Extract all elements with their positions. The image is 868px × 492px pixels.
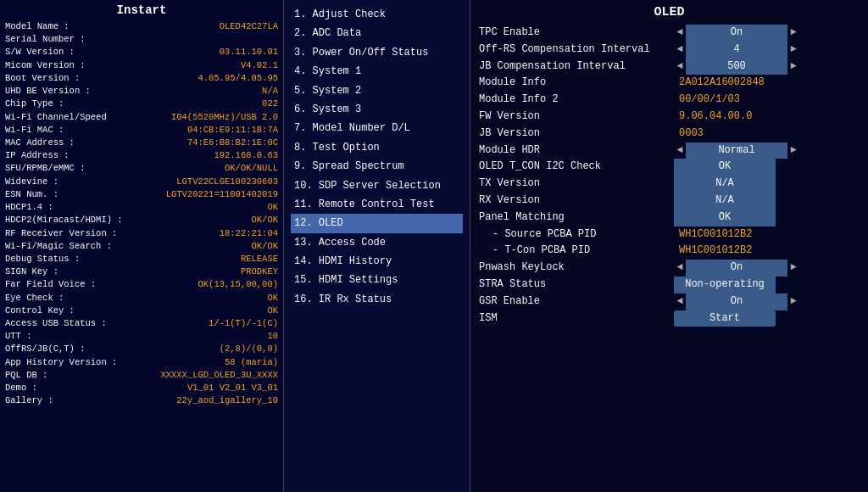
info-row: Widevine :LGTV22CLGE100230603 [5, 176, 278, 188]
oled-row: FW Version9.06.04.00.0 [479, 109, 860, 126]
oled-row-value: 500 [686, 59, 787, 75]
info-label: UTT : [5, 330, 32, 343]
info-label: OffRS/JB(C,T) : [5, 343, 86, 355]
info-row: RF Receiver Version :18:22:21:04 [5, 227, 278, 240]
menu-item-14[interactable]: 14. HDMI History [291, 252, 463, 271]
menu-item-1[interactable]: 1. Adjust Check [291, 5, 463, 24]
oled-row-value: 0003 [674, 126, 810, 143]
oled-rows: TPC Enable◄On►Off-RS Compensation Interv… [479, 25, 860, 327]
oled-row-label: Pnwash KeyLock [479, 260, 674, 277]
info-value: OK(13,15,00,00) [198, 278, 278, 291]
info-value: LGTV20221=11001402019 [166, 188, 278, 201]
info-label: Far Field Voice : [5, 278, 96, 291]
menu-item-3[interactable]: 3. Power On/Off Status [291, 43, 463, 62]
info-label: Wi-Fi/Magic Search : [5, 240, 112, 253]
arrow-left-icon[interactable]: ◄ [674, 25, 686, 42]
info-row: Boot Version :4.05.95/4.05.95 [5, 72, 278, 85]
info-row: Micom Version :V4.02.1 [5, 59, 278, 72]
oled-row-label: FW Version [479, 109, 674, 126]
oled-row: TX VersionN/A [479, 176, 860, 193]
info-row: SFU/RPMB/eMMC :OK/OK/NULL [5, 162, 278, 175]
info-value: (2,8)/(0,0) [220, 343, 278, 355]
menu-item-4[interactable]: 4. System 1 [291, 62, 463, 81]
info-row: Control Key :OK [5, 305, 278, 317]
menu-item-9[interactable]: 9. Spread Spectrum [291, 157, 463, 176]
info-value: N/A [262, 85, 278, 98]
info-value: XXXXX_LGD_OLED_3U_XXXX [160, 369, 278, 382]
oled-row: STRA StatusNon-operating [479, 277, 860, 294]
menu-item-7[interactable]: 7. Model Number D/L [291, 119, 463, 137]
oled-row-label: JB Compensation Interval [479, 59, 674, 75]
info-value: LGTV22CLGE100230603 [176, 176, 278, 188]
menu-item-8[interactable]: 8. Test Option [291, 138, 463, 157]
oled-row: Module Info2A012A16002848 [479, 75, 860, 92]
menu-item-16[interactable]: 16. IR Rx Status [291, 290, 463, 309]
menu-item-5[interactable]: 5. System 2 [291, 81, 463, 100]
info-value: 022 [262, 98, 278, 110]
oled-row-value: WH1C001012B2 [674, 226, 810, 243]
info-row: SIGN Key :PRODKEY [5, 266, 278, 278]
info-row: Wi-Fi/Magic Search :OK/OK [5, 240, 278, 253]
arrow-right-icon[interactable]: ► [787, 143, 799, 159]
oled-row-value: OK [674, 210, 776, 226]
arrow-left-icon[interactable]: ◄ [674, 42, 686, 59]
menu-item-13[interactable]: 13. Access Code [291, 233, 463, 252]
info-row: Wi-Fi Channel/SpeedI04(5520MHz)/USB 2.0 [5, 111, 278, 124]
arrow-right-icon[interactable]: ► [787, 42, 799, 59]
info-row: UTT :10 [5, 330, 278, 343]
info-row: UHD BE Version :N/A [5, 85, 278, 98]
arrow-left-icon[interactable]: ◄ [674, 59, 686, 75]
oled-row: Module HDR◄Normal► [479, 143, 860, 159]
info-value: OK [267, 305, 278, 317]
oled-row-value: OK [674, 159, 776, 176]
arrow-right-icon[interactable]: ► [787, 294, 799, 310]
arrow-right-icon[interactable]: ► [787, 260, 799, 277]
info-value: OK/OK [251, 240, 278, 253]
oled-row-label: GSR Enable [479, 294, 674, 310]
menu-item-6[interactable]: 6. System 3 [291, 100, 463, 119]
menu-item-11[interactable]: 11. Remote Control Test [291, 195, 463, 214]
oled-row: GSR Enable◄On► [479, 294, 860, 310]
info-label: MAC Address : [5, 137, 75, 149]
info-label: Wi-Fi MAC : [5, 124, 64, 137]
oled-row-value[interactable]: Start [674, 310, 776, 327]
info-value: I04(5520MHz)/USB 2.0 [171, 111, 278, 124]
info-row: HDCP1.4 :OK [5, 201, 278, 214]
info-row: ESN Num. :LGTV20221=11001402019 [5, 188, 278, 201]
info-value: OLED42C27LA [220, 20, 278, 33]
info-label: IP Address : [5, 149, 70, 162]
menu-item-10[interactable]: 10. SDP Server Selection [291, 176, 463, 195]
info-label: PQL DB : [5, 369, 47, 382]
menu-item-12[interactable]: 12. OLED [291, 214, 463, 232]
arrow-left-icon[interactable]: ◄ [674, 260, 686, 277]
arrow-right-icon[interactable]: ► [787, 59, 799, 75]
info-label: RF Receiver Version : [5, 227, 117, 240]
arrow-right-icon[interactable]: ► [787, 25, 799, 42]
info-row: Eye Check :OK [5, 292, 278, 305]
oled-row-label: Module Info 2 [479, 92, 674, 109]
info-label: Access USB Status : [5, 317, 107, 330]
left-panel-title: Instart [5, 3, 278, 17]
oled-row-value: 2A012A16002848 [674, 75, 810, 92]
arrow-left-icon[interactable]: ◄ [674, 294, 686, 310]
arrow-left-icon[interactable]: ◄ [674, 143, 686, 159]
info-label: Boot Version : [5, 72, 80, 85]
info-label: HDCP2(Miracast/HDMI) : [5, 214, 123, 226]
oled-row-label: Module HDR [479, 143, 674, 159]
info-row: Chip Type :022 [5, 98, 278, 110]
oled-row: Module Info 200/00/1/03 [479, 92, 860, 109]
menu-item-15[interactable]: 15. HDMI Settings [291, 271, 463, 289]
menu-item-2[interactable]: 2. ADC Data [291, 24, 463, 42]
info-value: 03.11.10.01 [220, 46, 278, 59]
info-label: Debug Status : [5, 253, 80, 266]
oled-row-label: - Source PCBA PID [479, 226, 674, 243]
oled-row: - T-Con PCBA PIDWH1C001012B2 [479, 243, 860, 260]
oled-row-label: - T-Con PCBA PID [479, 243, 674, 260]
info-row: S/W Version :03.11.10.01 [5, 46, 278, 59]
oled-row-label: JB Version [479, 126, 674, 143]
info-label: Gallery : [5, 394, 53, 407]
oled-row: RX VersionN/A [479, 193, 860, 210]
info-value: PRODKEY [241, 266, 278, 278]
oled-row-value: On [686, 25, 787, 42]
info-value: V4.02.1 [241, 59, 278, 72]
